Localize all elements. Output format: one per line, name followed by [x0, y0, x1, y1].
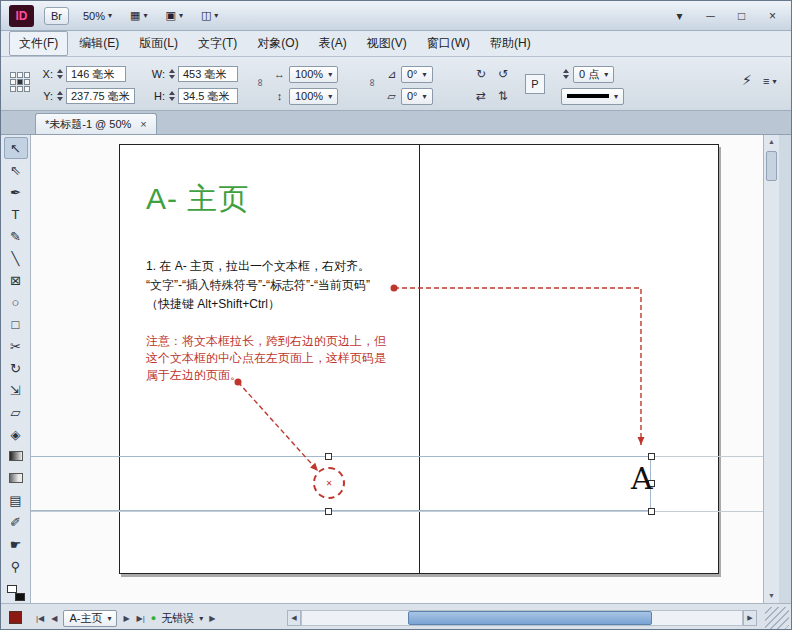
- scroll-right-icon[interactable]: ▶: [743, 610, 757, 626]
- constrain-scale-chain-icon[interactable]: ∞: [367, 79, 379, 87]
- y-position-field[interactable]: Y: 237.75 毫米: [37, 87, 135, 105]
- stroke-weight-stepper[interactable]: [561, 66, 570, 82]
- zoom-tool[interactable]: ⚲: [4, 555, 28, 577]
- rotate-ccw-button[interactable]: ↺: [493, 65, 513, 83]
- hand-tool[interactable]: ☛: [4, 533, 28, 555]
- rotate-tool[interactable]: ↻: [4, 357, 28, 379]
- ellipse-tool[interactable]: ○: [4, 291, 28, 313]
- scroll-left-icon[interactable]: ◀: [287, 610, 301, 626]
- height-field[interactable]: H: 34.5 毫米: [149, 87, 238, 105]
- line-tool[interactable]: ╲: [4, 247, 28, 269]
- width-field[interactable]: W: 453 毫米: [149, 65, 238, 83]
- control-panel-menu[interactable]: ≡: [759, 73, 780, 89]
- tab-close-icon[interactable]: ×: [140, 118, 146, 130]
- maximize-button[interactable]: □: [731, 7, 752, 25]
- horizontal-scrollbar[interactable]: ◀ ▶: [287, 610, 757, 626]
- document-canvas[interactable]: A- 主页 1. 在 A- 主页，拉出一个文本框，右对齐。 “文字”-“插入特殊…: [31, 135, 763, 603]
- menu-window[interactable]: 窗口(W): [418, 32, 479, 55]
- x-value[interactable]: 146 毫米: [66, 66, 126, 82]
- menu-table[interactable]: 表(A): [310, 32, 356, 55]
- frame-handle-bottom-right[interactable]: [648, 508, 655, 515]
- selection-tool[interactable]: ↖: [4, 137, 28, 159]
- select-container-button[interactable]: P: [525, 74, 545, 94]
- fill-color-swatch[interactable]: [9, 611, 22, 624]
- fill-stroke-swatch[interactable]: [7, 585, 25, 601]
- shear-dropdown[interactable]: 0°: [401, 88, 433, 105]
- free-transform-tool[interactable]: ◈: [4, 423, 28, 445]
- page-number-character[interactable]: A: [631, 461, 653, 496]
- instruction-text[interactable]: 1. 在 A- 主页，拉出一个文本框，右对齐。 “文字”-“插入特殊符号”-“标…: [146, 257, 370, 314]
- rotation-field[interactable]: ⊿ 0°: [385, 65, 433, 83]
- vertical-scroll-thumb[interactable]: [766, 151, 777, 181]
- x-position-field[interactable]: X: 146 毫米: [37, 65, 126, 83]
- gradient-feather-tool[interactable]: [4, 467, 28, 489]
- flip-horizontal-button[interactable]: ⇄: [471, 87, 491, 105]
- y-value[interactable]: 237.75 毫米: [66, 88, 135, 104]
- frame-handle-bottom-center[interactable]: [325, 508, 332, 515]
- y-stepper[interactable]: [55, 88, 64, 104]
- menu-object[interactable]: 对象(O): [248, 32, 307, 55]
- scale-tool[interactable]: ⇲: [4, 379, 28, 401]
- scale-x-dropdown[interactable]: 100%: [289, 66, 338, 83]
- vertical-scrollbar[interactable]: ▲ ▼: [763, 135, 779, 603]
- scale-x-field[interactable]: ↔ 100%: [273, 65, 338, 83]
- direct-selection-tool[interactable]: ⇖: [4, 159, 28, 181]
- menu-type[interactable]: 文字(T): [189, 32, 246, 55]
- rotate-cw-button[interactable]: ↻: [471, 65, 491, 83]
- rectangle-tool[interactable]: □: [4, 313, 28, 335]
- view-options-dropdown[interactable]: ▦: [126, 7, 151, 24]
- x-stepper[interactable]: [55, 66, 64, 82]
- stroke-type-dropdown[interactable]: [561, 88, 624, 105]
- type-tool[interactable]: T: [4, 203, 28, 225]
- menu-file[interactable]: 文件(F): [9, 31, 68, 56]
- bridge-button[interactable]: Br: [44, 7, 69, 25]
- stroke-weight-field[interactable]: 0 点: [561, 65, 614, 83]
- menu-edit[interactable]: 编辑(E): [70, 32, 128, 55]
- scale-y-dropdown[interactable]: 100%: [289, 88, 338, 105]
- zoom-level-dropdown[interactable]: 50%: [79, 8, 116, 24]
- scroll-down-icon[interactable]: ▼: [764, 589, 779, 603]
- close-button[interactable]: ×: [762, 7, 783, 25]
- next-page-button[interactable]: ▶: [122, 612, 130, 625]
- scissors-tool[interactable]: ✂: [4, 335, 28, 357]
- center-point-annotation[interactable]: ✕: [313, 467, 345, 499]
- first-page-button[interactable]: |◀: [35, 612, 45, 625]
- gradient-swatch-tool[interactable]: [4, 445, 28, 467]
- rectangle-frame-tool[interactable]: ⊠: [4, 269, 28, 291]
- screen-mode-dropdown[interactable]: ▣: [161, 7, 186, 24]
- menu-layout[interactable]: 版面(L): [130, 32, 187, 55]
- pencil-tool[interactable]: ✎: [4, 225, 28, 247]
- horizontal-scroll-thumb[interactable]: [408, 611, 652, 625]
- constrain-dimensions-chain-icon[interactable]: ∞: [255, 79, 267, 87]
- stroke-weight-dropdown[interactable]: 0 点: [573, 66, 614, 83]
- menu-view[interactable]: 视图(V): [358, 32, 416, 55]
- master-page-heading[interactable]: A- 主页: [146, 179, 249, 220]
- height-value[interactable]: 34.5 毫米: [178, 88, 238, 104]
- titlebar-menu-caret[interactable]: ▾: [669, 7, 690, 25]
- flip-vertical-button[interactable]: ⇅: [493, 87, 513, 105]
- shear-field[interactable]: ▱ 0°: [385, 87, 433, 105]
- note-tool[interactable]: ▤: [4, 489, 28, 511]
- rotation-dropdown[interactable]: 0°: [401, 66, 433, 83]
- page-dropdown[interactable]: A-主页: [63, 610, 117, 627]
- width-stepper[interactable]: [167, 66, 176, 82]
- status-expand-button[interactable]: ▶: [208, 612, 216, 625]
- document-tab[interactable]: *未标题-1 @ 50% ×: [35, 113, 157, 134]
- shear-tool[interactable]: ▱: [4, 401, 28, 423]
- scroll-up-icon[interactable]: ▲: [764, 135, 779, 149]
- preflight-menu-caret[interactable]: ▾: [199, 614, 203, 623]
- arrange-documents-dropdown[interactable]: ◫: [197, 7, 222, 24]
- horizontal-scroll-track[interactable]: [301, 610, 743, 626]
- scale-y-field[interactable]: ↕ 100%: [273, 87, 338, 105]
- resize-grip[interactable]: [765, 607, 789, 629]
- reference-point-proxy[interactable]: [10, 72, 30, 92]
- height-stepper[interactable]: [167, 88, 176, 104]
- note-text[interactable]: 注意：将文本框拉长，跨到右边的页边上，但 这个文本框的中心点在左页面上，这样页码…: [146, 333, 386, 384]
- frame-handle-top-right[interactable]: [648, 453, 655, 460]
- prev-page-button[interactable]: ◀: [50, 612, 58, 625]
- eyedropper-tool[interactable]: ✐: [4, 511, 28, 533]
- minimize-button[interactable]: ─: [700, 7, 721, 25]
- menu-help[interactable]: 帮助(H): [481, 32, 540, 55]
- width-value[interactable]: 453 毫米: [178, 66, 238, 82]
- stroke-type-field[interactable]: [561, 87, 624, 105]
